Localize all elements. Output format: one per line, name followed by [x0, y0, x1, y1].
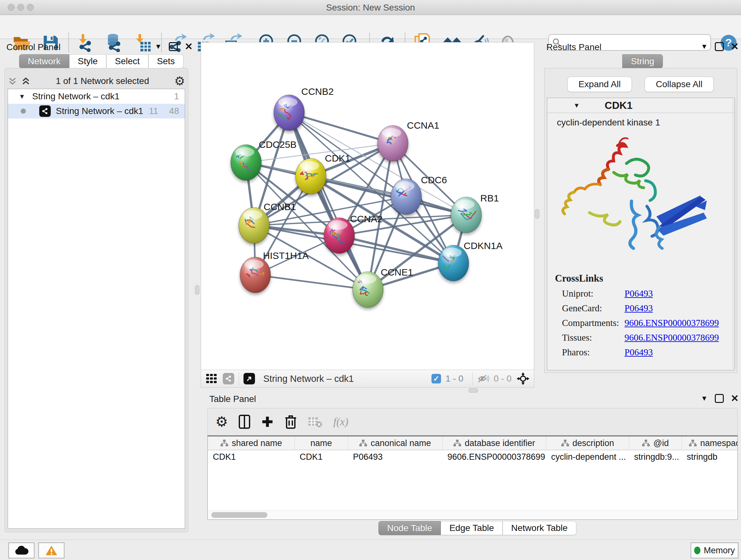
table-cell[interactable]: P06493: [348, 450, 442, 464]
network-label: String Network – cdk1: [56, 106, 143, 116]
warnings-button[interactable]: [38, 543, 64, 558]
table-options-gear-icon[interactable]: ⚙: [215, 415, 228, 428]
selected-checkbox-icon[interactable]: ✓: [431, 374, 441, 383]
bottom-splitter-grip[interactable]: [468, 388, 478, 393]
table-tabs: Node TableEdge TableNetwork Table: [379, 521, 576, 535]
network-options-gear-icon[interactable]: ⚙: [174, 76, 185, 86]
tab-network[interactable]: Network: [19, 54, 69, 68]
table-cell[interactable]: stringdb: [682, 450, 738, 464]
tab-sets[interactable]: Sets: [148, 54, 184, 68]
right-splitter-grip[interactable]: [535, 209, 539, 219]
table-toolbar: ⚙ f(x): [207, 408, 738, 435]
network-node-label-HIST1H1A: HIST1H1A: [263, 250, 309, 261]
birds-eye-view-icon[interactable]: [205, 373, 218, 385]
network-view-toolbar: String Network – cdk1 ✓ 1 - 0 0 - 0: [201, 370, 534, 388]
crosslink-link[interactable]: 9606.ENSP00000378699: [624, 318, 719, 328]
network-node-CDC25B[interactable]: [231, 145, 261, 180]
tab-select[interactable]: Select: [106, 54, 148, 68]
network-edge-CCNB2-CCNE1[interactable]: [289, 113, 368, 290]
control-panel-close-icon[interactable]: ✕: [185, 43, 193, 50]
collection-expander-icon[interactable]: ▼: [19, 93, 25, 100]
network-node-CCNA1[interactable]: [378, 125, 408, 161]
network-node-CCNB2[interactable]: [274, 95, 305, 131]
import-table-icon[interactable]: [131, 33, 153, 53]
gene-expander-icon[interactable]: ▼: [574, 102, 580, 109]
network-node-CDC6[interactable]: [391, 179, 421, 214]
network-node-RB1[interactable]: [451, 197, 482, 233]
crosslink-label: GeneCard:: [562, 303, 624, 314]
main-toolbar: ?: [0, 15, 741, 39]
table-cell[interactable]: CDK1: [294, 450, 348, 464]
delete-table-icon[interactable]: [308, 416, 322, 428]
network-view-title: String Network – cdk1: [263, 374, 354, 384]
left-splitter-grip[interactable]: [195, 285, 199, 295]
import-network-file-icon[interactable]: [74, 33, 97, 53]
window-title: Session: New Session: [0, 3, 741, 13]
expand-all-button[interactable]: Expand All: [567, 77, 632, 92]
column-header-@id[interactable]: @id: [629, 436, 682, 450]
function-builder-icon[interactable]: f(x): [333, 416, 348, 428]
crosslink-link[interactable]: P06493: [624, 303, 653, 314]
expand-all-icon[interactable]: [21, 76, 30, 86]
network-edge-CCNB2-CCNA1[interactable]: [289, 113, 393, 143]
tab-string[interactable]: String: [622, 54, 663, 68]
network-edge-CCNE1-HIST1H1A[interactable]: [255, 275, 368, 290]
collapse-all-icon[interactable]: [8, 76, 17, 86]
tab-edge-table[interactable]: Edge Table: [441, 521, 502, 535]
gene-section-header[interactable]: ▼ CDK1: [547, 98, 734, 113]
goto-network-icon[interactable]: [244, 373, 255, 384]
crosslink-link[interactable]: 9606.ENSP00000378699: [624, 332, 719, 343]
collection-count: 1: [174, 91, 179, 102]
results-scrollbar[interactable]: [733, 99, 736, 369]
delete-column-icon[interactable]: [285, 415, 297, 429]
tab-network-table[interactable]: Network Table: [502, 521, 576, 535]
collapse-all-button[interactable]: Collapse All: [645, 77, 714, 92]
table-header-row: shared namenamecanonical namedatabase id…: [208, 436, 738, 450]
memory-button[interactable]: Memory: [690, 543, 738, 558]
column-header-shared-name[interactable]: shared name: [208, 436, 295, 450]
table-panel-float-icon[interactable]: [715, 394, 724, 403]
table-panel-collapse-icon[interactable]: ▼: [701, 394, 708, 402]
network-node-CDK1[interactable]: [295, 159, 326, 194]
results-panel-float-icon[interactable]: [715, 42, 724, 51]
tab-style[interactable]: Style: [69, 54, 106, 68]
table-cell[interactable]: stringdb:9...: [629, 450, 682, 464]
results-panel-tabs: String: [622, 54, 663, 68]
column-header-namespace[interactable]: namespace: [682, 436, 738, 450]
crosslink-link[interactable]: P06493: [624, 288, 653, 299]
network-node-CCNB1[interactable]: [239, 207, 269, 243]
network-node-HIST1H1A[interactable]: [240, 257, 271, 293]
crosslink-label: Tissues:: [562, 332, 624, 343]
memory-status-icon: [694, 547, 700, 554]
network-canvas[interactable]: CCNB2CCNA1CDC25BCDK1CDC6RB1CCNB1CCNA2CDK…: [201, 42, 534, 370]
results-panel-collapse-icon[interactable]: ▼: [701, 43, 708, 51]
crosslink-row: Tissues:9606.ENSP00000378699: [562, 330, 734, 345]
import-network-database-icon[interactable]: [103, 33, 125, 53]
network-row[interactable]: String Network – cdk1 11 48: [8, 104, 185, 118]
hidden-eye-icon: [477, 374, 489, 383]
network-current-dot-icon: [21, 109, 26, 114]
add-column-icon[interactable]: [261, 415, 274, 428]
cloud-button[interactable]: [8, 543, 35, 558]
control-panel-collapse-icon[interactable]: ▼: [155, 43, 162, 51]
memory-label: Memory: [704, 546, 735, 556]
table-cell[interactable]: cyclin-dependent ...: [546, 450, 629, 464]
network-collection-row[interactable]: ▼ String Network – cdk1 1: [8, 89, 185, 104]
results-panel-close-icon[interactable]: ✕: [731, 43, 739, 50]
control-panel-float-icon[interactable]: [169, 42, 178, 51]
table-panel-close-icon[interactable]: ✕: [731, 395, 739, 402]
column-header-canonical-name[interactable]: canonical name: [348, 436, 443, 450]
gene-name: CDK1: [605, 100, 632, 111]
network-type-icon: [39, 105, 51, 117]
column-header-name[interactable]: name: [294, 436, 348, 450]
table-cell[interactable]: CDK1: [208, 450, 294, 464]
network-node-CCNE1[interactable]: [353, 272, 383, 307]
table-cell[interactable]: 9606.ENSP00000378699: [442, 450, 546, 464]
show-columns-icon[interactable]: [239, 415, 250, 429]
crosslink-link[interactable]: P06493: [624, 347, 653, 358]
tab-node-table[interactable]: Node Table: [379, 521, 441, 535]
table-hscrollbar-thumb[interactable]: [211, 512, 267, 518]
column-header-database-identifier[interactable]: database identifier: [442, 436, 546, 450]
column-header-description[interactable]: description: [546, 436, 629, 450]
fit-selected-icon[interactable]: [516, 372, 530, 386]
